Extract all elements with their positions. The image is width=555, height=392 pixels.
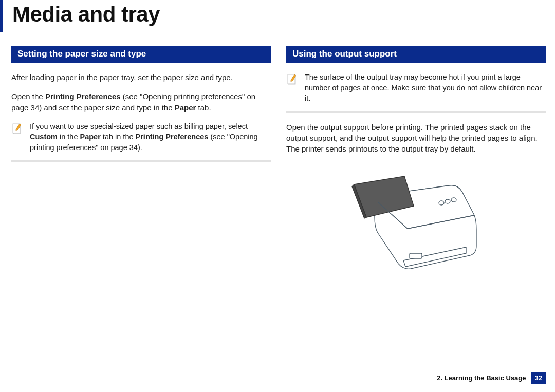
section-heading-right: Using the output support — [286, 46, 546, 63]
note-text-left: If you want to use special-sized paper s… — [30, 121, 271, 153]
svg-point-5 — [445, 199, 450, 203]
page-header: Media and tray — [0, 0, 555, 32]
text-fragment: If you want to use special-sized paper s… — [30, 122, 248, 130]
main-content: Setting the paper size and type After lo… — [0, 34, 555, 271]
bold-paper-2: Paper — [80, 133, 101, 141]
note-text-right: The surface of the output tray may becom… — [305, 72, 546, 104]
text-fragment: in the — [58, 133, 80, 141]
printer-illustration — [347, 163, 486, 271]
svg-point-4 — [451, 198, 456, 202]
bold-custom: Custom — [30, 133, 58, 141]
footer-chapter: 2. Learning the Basic Usage — [437, 374, 526, 382]
left-para-2: Open the Printing Preferences (see "Open… — [11, 91, 271, 113]
footer-page-number: 32 — [531, 372, 546, 384]
text-fragment: tab. — [196, 103, 211, 112]
bold-paper: Paper — [175, 103, 196, 112]
left-para-1: After loading paper in the paper tray, s… — [11, 72, 271, 83]
right-para: Open the output support before printing.… — [286, 122, 546, 155]
title-divider — [9, 32, 546, 32]
bold-printing-preferences: Printing Preferences — [45, 92, 121, 101]
note-box-left: If you want to use special-sized paper s… — [11, 121, 271, 162]
text-fragment: Open the — [11, 92, 45, 101]
section-heading-left: Setting the paper size and type — [11, 46, 271, 63]
page-footer: 2. Learning the Basic Usage 32 — [437, 372, 546, 384]
svg-rect-7 — [410, 253, 422, 258]
svg-point-6 — [439, 201, 444, 205]
note-box-right: The surface of the output tray may becom… — [286, 72, 546, 113]
page-title: Media and tray — [0, 0, 555, 32]
pencil-note-icon — [11, 121, 24, 136]
left-column: Setting the paper size and type After lo… — [11, 46, 271, 271]
right-column: Using the output support The surface of … — [286, 46, 546, 271]
pencil-note-icon — [286, 72, 299, 86]
text-fragment: tab in the — [101, 133, 136, 141]
bold-printing-preferences-2: Printing Preferences — [136, 133, 209, 141]
